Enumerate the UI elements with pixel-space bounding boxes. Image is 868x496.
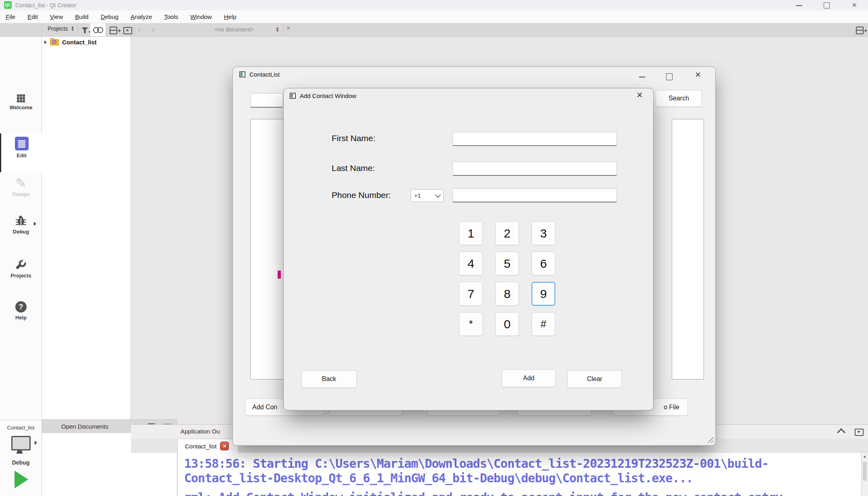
pencil-icon: ✎ — [0, 177, 42, 189]
minimize-icon[interactable] — [796, 5, 802, 6]
keypad-key-1[interactable]: 1 — [459, 221, 483, 245]
search-button-label: Search — [669, 95, 689, 102]
output-pane-title: Application Ou — [181, 428, 220, 435]
menu-analyze[interactable]: Analyze — [131, 13, 152, 20]
sidebar-item-projects[interactable]: Projects — [0, 259, 42, 279]
menu-help[interactable]: Help — [224, 13, 237, 20]
add-contact-dialog: Add Contact Window × First Name: Last Na… — [283, 88, 654, 411]
close-icon[interactable]: × — [852, 0, 857, 10]
menu-debug[interactable]: Debug — [101, 13, 118, 20]
updown-arrows-icon[interactable]: ▲▼ — [276, 27, 279, 32]
dialog-titlebar[interactable]: Add Contact Window — [290, 92, 356, 99]
contactlist-window-title: ContactList — [249, 71, 280, 78]
project-tree-item-label: Contact_list — [62, 39, 97, 46]
sidebar-item-help[interactable]: ? Help — [0, 301, 42, 321]
keypad-key-8[interactable]: 8 — [495, 282, 519, 306]
chevron-right-icon[interactable] — [34, 222, 36, 226]
project-tree-item[interactable]: ⚙ Contact_list — [44, 39, 97, 46]
menu-edit[interactable]: Edit — [27, 13, 38, 20]
go-back-icon[interactable]: ‹ — [138, 25, 141, 33]
sidebar-item-label: Design — [0, 191, 42, 197]
keypad-key-3[interactable]: 3 — [532, 221, 555, 245]
keypad-key-6[interactable]: 6 — [532, 252, 555, 275]
console-line: Contact_list-Desktop_Qt_6_6_1_MinGW_64_b… — [184, 471, 693, 485]
sync-with-editor-icon[interactable] — [90, 23, 106, 36]
keypad-key-9[interactable]: 9 — [532, 282, 555, 306]
scrollbar-thumb[interactable] — [863, 462, 867, 481]
menu-view[interactable]: View — [50, 13, 63, 20]
menu-build[interactable]: Build — [75, 13, 88, 20]
keypad-key-4[interactable]: 4 — [459, 252, 483, 275]
maximize-pane-icon[interactable] — [855, 429, 864, 436]
search-button[interactable]: Search — [656, 90, 702, 107]
maximize-icon[interactable] — [666, 73, 673, 80]
window-title: Contact_list - Qt Creator — [15, 2, 76, 8]
welcome-grid-icon — [17, 94, 25, 102]
sidebar-item-design: ✎ Design — [0, 177, 42, 197]
split-editor-icon[interactable]: + — [856, 27, 867, 34]
window-resize-grip[interactable] — [705, 435, 713, 443]
country-code-select[interactable]: +1 — [411, 189, 444, 202]
qt-creator-window: QC Contact_list - Qt Creator × File Edit… — [0, 0, 868, 496]
kit-selector[interactable]: Debug — [0, 436, 42, 466]
menu-window[interactable]: Window — [190, 13, 212, 20]
projects-pane-selector-label: Projects — [48, 25, 68, 32]
back-button[interactable]: Back — [301, 370, 357, 388]
add-button-label: Add — [523, 375, 534, 382]
separator — [42, 25, 42, 35]
stop-application-icon[interactable]: × — [220, 442, 229, 450]
filter-icon[interactable]: ▾ — [81, 27, 91, 34]
keypad-key-0[interactable]: 0 — [495, 312, 519, 336]
dialog-title: Add Contact Window — [300, 92, 356, 99]
application-output-console[interactable]: 13:58:56: Starting C:\Users\Mariam\Downl… — [177, 452, 861, 496]
separator — [283, 25, 283, 35]
sidebar-item-debug[interactable]: Debug — [0, 216, 42, 235]
contactlist-titlebar[interactable]: ContactList — [239, 71, 280, 78]
separator — [0, 420, 42, 420]
close-icon[interactable]: × — [637, 89, 643, 101]
back-button-label: Back — [322, 375, 336, 383]
scroll-up-icon[interactable]: ▲ — [863, 454, 867, 458]
phone-number-input[interactable] — [453, 188, 617, 202]
menubar: File Edit View Build Debug Analyze Tools… — [0, 10, 868, 23]
projects-tree-panel: ⚙ Contact_list — [42, 37, 131, 419]
keypad-key-2[interactable]: 2 — [495, 221, 519, 245]
search-input[interactable] — [250, 93, 283, 108]
close-pane-icon[interactable] — [123, 27, 132, 34]
phone-keypad: 1 2 3 4 5 6 7 8 9 * 0 # — [459, 221, 555, 336]
sidebar-item-edit[interactable]: Edit — [0, 133, 42, 172]
tab-contact-list-output[interactable]: Contact_list × — [177, 439, 239, 453]
output-tab-label: Contact_list — [185, 443, 216, 450]
split-panel-icon[interactable]: + — [110, 27, 121, 34]
expand-arrow-icon[interactable] — [44, 40, 47, 44]
titlebar: QC Contact_list - Qt Creator × — [0, 0, 868, 10]
console-line: 13:58:56: Starting C:\Users\Mariam\Downl… — [184, 456, 768, 471]
sidebar-item-label: Welcome — [0, 104, 42, 110]
sidebar-item-welcome[interactable]: Welcome — [0, 94, 42, 110]
projects-pane-selector[interactable]: Projects ▲▼ — [48, 25, 75, 32]
console-scrollbar[interactable]: ▲ — [861, 452, 868, 496]
add-button[interactable]: Add — [502, 369, 556, 387]
clear-button[interactable]: Clear — [567, 370, 622, 388]
app-window-icon — [239, 71, 245, 77]
first-name-input[interactable] — [453, 132, 617, 146]
run-button[interactable] — [15, 471, 28, 488]
minimize-icon[interactable] — [639, 77, 645, 77]
close-document-icon[interactable]: × — [286, 24, 291, 33]
keypad-key-star[interactable]: * — [459, 312, 483, 336]
chevron-up-icon[interactable] — [837, 428, 845, 437]
keypad-key-hash[interactable]: # — [532, 312, 555, 336]
open-document-selector-label: <no document> — [214, 26, 253, 33]
keypad-key-5[interactable]: 5 — [495, 252, 519, 275]
last-name-input[interactable] — [453, 162, 617, 176]
sidebar-item-label: Help — [0, 315, 42, 321]
menu-file[interactable]: File — [6, 13, 15, 20]
open-document-selector[interactable]: <no document> — [188, 26, 280, 33]
menu-tools[interactable]: Tools — [164, 13, 178, 20]
go-forward-icon[interactable]: › — [152, 25, 155, 33]
close-icon[interactable]: × — [695, 69, 701, 80]
active-project-label: Contact_list — [0, 425, 42, 431]
maximize-icon[interactable] — [824, 2, 830, 8]
chevron-right-icon[interactable] — [35, 441, 37, 445]
keypad-key-7[interactable]: 7 — [459, 282, 483, 306]
